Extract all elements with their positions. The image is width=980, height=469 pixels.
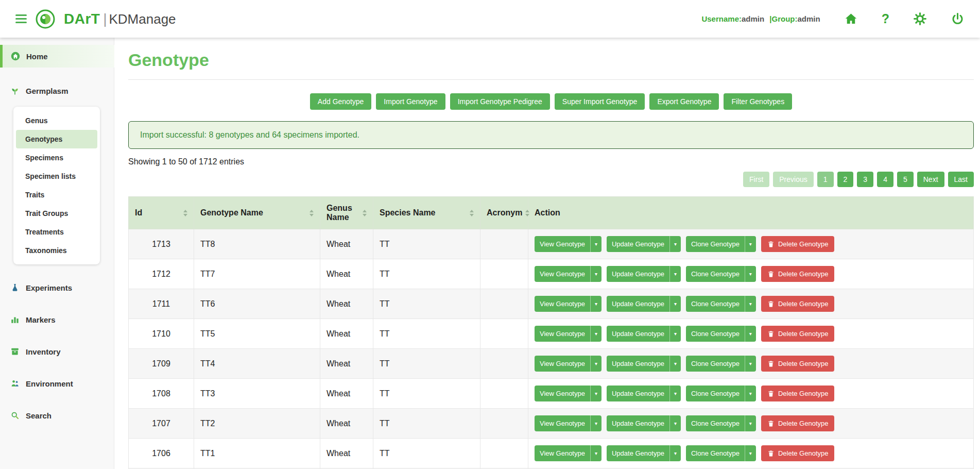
- view-genotype-button[interactable]: View Genotype ▾: [535, 386, 601, 401]
- update-genotype-button[interactable]: Update Genotype ▾: [607, 326, 681, 342]
- sidebar-item-specimen-lists[interactable]: Specimen lists: [16, 167, 97, 186]
- update-genotype-button[interactable]: Update Genotype ▾: [607, 445, 681, 461]
- view-genotype-dropdown-caret[interactable]: ▾: [590, 445, 601, 461]
- view-genotype-dropdown-caret[interactable]: ▾: [590, 415, 601, 431]
- delete-genotype-button[interactable]: Delete Genotype: [761, 296, 835, 312]
- sidebar-item-trait-groups[interactable]: Trait Groups: [16, 204, 97, 223]
- delete-genotype-button[interactable]: Delete Genotype: [761, 326, 835, 342]
- view-genotype-button[interactable]: View Genotype ▾: [535, 356, 601, 372]
- view-genotype-button[interactable]: View Genotype ▾: [535, 415, 601, 431]
- super-import-genotype-button[interactable]: Super Import Genotype: [555, 93, 645, 110]
- sidebar-item-genus[interactable]: Genus: [16, 111, 97, 130]
- view-genotype-dropdown-caret[interactable]: ▾: [590, 236, 601, 252]
- column-header-genotype-name[interactable]: Genotype Name: [194, 197, 320, 229]
- pagination-first[interactable]: First: [743, 172, 769, 187]
- clone-genotype-button[interactable]: Clone Genotype ▾: [686, 415, 756, 431]
- sidebar-item-markers[interactable]: Markers: [0, 309, 114, 330]
- gear-icon[interactable]: [913, 12, 927, 26]
- clone-genotype-button[interactable]: Clone Genotype ▾: [686, 356, 756, 372]
- update-genotype-dropdown-caret[interactable]: ▾: [669, 356, 681, 372]
- clone-genotype-button[interactable]: Clone Genotype ▾: [686, 386, 756, 401]
- power-icon[interactable]: [951, 12, 965, 26]
- pagination-page-5[interactable]: 5: [897, 172, 914, 187]
- sidebar-item-environment[interactable]: Environment: [0, 373, 114, 394]
- column-header-species-name[interactable]: Species Name: [373, 197, 480, 229]
- sidebar-item-specimens[interactable]: Specimens: [16, 148, 97, 167]
- view-genotype-dropdown-caret[interactable]: ▾: [590, 356, 601, 372]
- view-genotype-button[interactable]: View Genotype ▾: [535, 266, 601, 282]
- pagination-page-1[interactable]: 1: [817, 172, 834, 187]
- export-genotype-button[interactable]: Export Genotype: [649, 93, 719, 110]
- sidebar-item-traits[interactable]: Traits: [16, 186, 97, 204]
- view-genotype-button[interactable]: View Genotype ▾: [535, 445, 601, 461]
- delete-genotype-button[interactable]: Delete Genotype: [761, 356, 835, 372]
- sidebar-item-experiments[interactable]: Experiments: [0, 277, 114, 298]
- add-genotype-button[interactable]: Add Genotype: [310, 93, 372, 110]
- view-genotype-button[interactable]: View Genotype ▾: [535, 326, 601, 342]
- view-genotype-dropdown-caret[interactable]: ▾: [590, 326, 601, 342]
- clone-genotype-dropdown-caret[interactable]: ▾: [745, 445, 756, 461]
- clone-genotype-dropdown-caret[interactable]: ▾: [745, 326, 756, 342]
- update-genotype-dropdown-caret[interactable]: ▾: [669, 386, 681, 401]
- pagination-next[interactable]: Next: [917, 172, 944, 187]
- clone-genotype-dropdown-caret[interactable]: ▾: [745, 236, 756, 252]
- sidebar-item-germplasm[interactable]: Germplasm: [0, 80, 114, 102]
- plant-icon: [10, 86, 20, 95]
- update-genotype-button[interactable]: Update Genotype ▾: [607, 356, 681, 372]
- clone-genotype-dropdown-caret[interactable]: ▾: [745, 266, 756, 282]
- view-genotype-dropdown-caret[interactable]: ▾: [590, 266, 601, 282]
- update-genotype-button[interactable]: Update Genotype ▾: [607, 236, 681, 252]
- column-header-acronym[interactable]: Acronym: [480, 197, 528, 229]
- sidebar-item-taxonomies[interactable]: Taxonomies: [16, 241, 97, 260]
- update-genotype-button[interactable]: Update Genotype ▾: [607, 296, 681, 312]
- import-genotype-button[interactable]: Import Genotype: [376, 93, 445, 110]
- column-header-id[interactable]: Id: [129, 197, 194, 229]
- clone-genotype-button[interactable]: Clone Genotype ▾: [686, 326, 756, 342]
- clone-genotype-dropdown-caret[interactable]: ▾: [745, 356, 756, 372]
- view-genotype-button[interactable]: View Genotype ▾: [535, 236, 601, 252]
- delete-genotype-button[interactable]: Delete Genotype: [761, 415, 835, 431]
- import-genotype-pedigree-button[interactable]: Import Genotype Pedigree: [450, 93, 550, 110]
- filter-genotypes-button[interactable]: Filter Genotypes: [724, 93, 792, 110]
- sidebar-item-treatments[interactable]: Treatments: [16, 223, 97, 241]
- clone-genotype-dropdown-caret[interactable]: ▾: [745, 386, 756, 401]
- delete-genotype-button[interactable]: Delete Genotype: [761, 445, 835, 461]
- update-genotype-button[interactable]: Update Genotype ▾: [607, 415, 681, 431]
- view-genotype-button[interactable]: View Genotype ▾: [535, 296, 601, 312]
- column-header-genus-name[interactable]: Genus Name: [320, 197, 373, 229]
- sidebar-item-inventory[interactable]: Inventory: [0, 341, 114, 362]
- cell-action: View Genotype ▾ Update Genotype ▾ Clone …: [528, 289, 974, 319]
- view-genotype-dropdown-caret[interactable]: ▾: [590, 386, 601, 401]
- update-genotype-button[interactable]: Update Genotype ▾: [607, 386, 681, 401]
- showing-entries-text: Showing 1 to 50 of 1712 entries: [128, 157, 974, 166]
- view-genotype-dropdown-caret[interactable]: ▾: [590, 296, 601, 312]
- clone-genotype-button[interactable]: Clone Genotype ▾: [686, 266, 756, 282]
- sidebar-item-home[interactable]: Home: [0, 45, 114, 68]
- pagination-last[interactable]: Last: [948, 172, 974, 187]
- update-genotype-button[interactable]: Update Genotype ▾: [607, 266, 681, 282]
- brand-separator: |: [103, 11, 107, 27]
- update-genotype-dropdown-caret[interactable]: ▾: [669, 266, 681, 282]
- update-genotype-dropdown-caret[interactable]: ▾: [669, 296, 681, 312]
- sidebar-item-search[interactable]: Search: [0, 405, 114, 426]
- pagination-page-2[interactable]: 2: [837, 172, 854, 187]
- delete-genotype-button[interactable]: Delete Genotype: [761, 236, 835, 252]
- clone-genotype-button[interactable]: Clone Genotype ▾: [686, 236, 756, 252]
- update-genotype-dropdown-caret[interactable]: ▾: [669, 445, 681, 461]
- home-icon[interactable]: [844, 12, 858, 26]
- help-icon[interactable]: ?: [882, 12, 889, 25]
- clone-genotype-dropdown-caret[interactable]: ▾: [745, 415, 756, 431]
- clone-genotype-dropdown-caret[interactable]: ▾: [745, 296, 756, 312]
- sidebar-item-genotypes[interactable]: Genotypes: [16, 130, 97, 148]
- hamburger-menu-icon[interactable]: [15, 14, 27, 23]
- pagination-page-3[interactable]: 3: [857, 172, 873, 187]
- pagination-previous[interactable]: Previous: [773, 172, 813, 187]
- delete-genotype-button[interactable]: Delete Genotype: [761, 386, 835, 401]
- update-genotype-dropdown-caret[interactable]: ▾: [669, 236, 681, 252]
- update-genotype-dropdown-caret[interactable]: ▾: [669, 415, 681, 431]
- delete-genotype-button[interactable]: Delete Genotype: [761, 266, 835, 282]
- clone-genotype-button[interactable]: Clone Genotype ▾: [686, 296, 756, 312]
- update-genotype-dropdown-caret[interactable]: ▾: [669, 326, 681, 342]
- clone-genotype-button[interactable]: Clone Genotype ▾: [686, 445, 756, 461]
- pagination-page-4[interactable]: 4: [877, 172, 893, 187]
